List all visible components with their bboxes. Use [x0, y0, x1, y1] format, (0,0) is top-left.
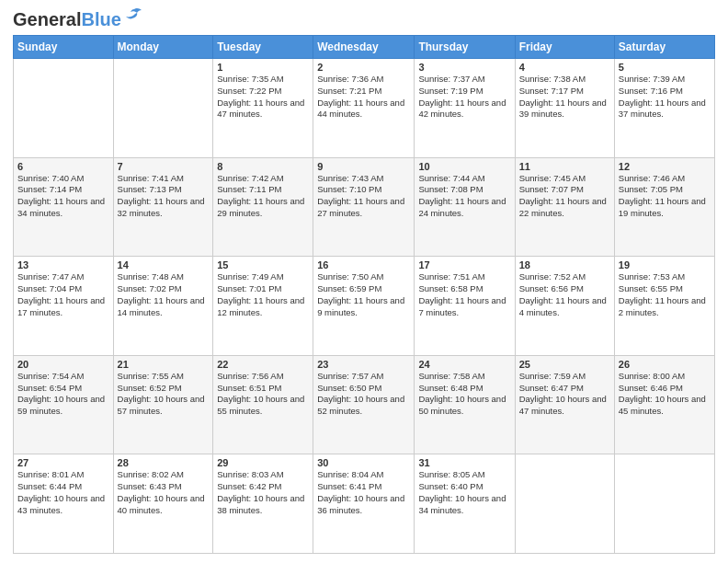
- day-header-thursday: Thursday: [415, 36, 515, 59]
- day-info: Sunrise: 8:04 AM Sunset: 6:41 PM Dayligh…: [317, 469, 410, 516]
- day-info: Sunrise: 7:40 AM Sunset: 7:14 PM Dayligh…: [17, 173, 109, 220]
- day-info: Sunrise: 8:03 AM Sunset: 6:42 PM Dayligh…: [217, 469, 309, 516]
- day-info: Sunrise: 7:55 AM Sunset: 6:52 PM Dayligh…: [118, 371, 210, 418]
- calendar-cell: 24Sunrise: 7:58 AM Sunset: 6:48 PM Dayli…: [415, 355, 515, 454]
- day-header-tuesday: Tuesday: [213, 36, 313, 59]
- calendar-cell: [113, 59, 213, 158]
- day-info: Sunrise: 7:51 AM Sunset: 6:58 PM Dayligh…: [418, 271, 510, 318]
- calendar-cell: 3Sunrise: 7:37 AM Sunset: 7:19 PM Daylig…: [415, 59, 515, 158]
- day-number: 31: [418, 457, 510, 468]
- day-info: Sunrise: 8:01 AM Sunset: 6:44 PM Dayligh…: [17, 469, 109, 516]
- day-info: Sunrise: 7:53 AM Sunset: 6:55 PM Dayligh…: [619, 271, 711, 318]
- day-number: 11: [519, 161, 610, 172]
- calendar-cell: 25Sunrise: 7:59 AM Sunset: 6:47 PM Dayli…: [515, 355, 614, 454]
- calendar-cell: 2Sunrise: 7:36 AM Sunset: 7:21 PM Daylig…: [313, 59, 415, 158]
- day-info: Sunrise: 8:05 AM Sunset: 6:40 PM Dayligh…: [418, 469, 510, 516]
- day-header-saturday: Saturday: [614, 36, 714, 59]
- day-info: Sunrise: 7:46 AM Sunset: 7:05 PM Dayligh…: [619, 173, 711, 220]
- day-number: 13: [17, 259, 109, 270]
- page-header: GeneralBlue: [13, 9, 715, 29]
- calendar-cell: 1Sunrise: 7:35 AM Sunset: 7:22 PM Daylig…: [213, 59, 313, 158]
- day-number: 29: [217, 457, 309, 468]
- day-number: 25: [519, 359, 610, 370]
- calendar-cell: 11Sunrise: 7:45 AM Sunset: 7:07 PM Dayli…: [515, 157, 614, 257]
- calendar-cell: 6Sunrise: 7:40 AM Sunset: 7:14 PM Daylig…: [14, 157, 114, 257]
- calendar-cell: 8Sunrise: 7:42 AM Sunset: 7:11 PM Daylig…: [213, 157, 313, 257]
- day-number: 9: [317, 161, 410, 172]
- calendar-cell: 13Sunrise: 7:47 AM Sunset: 7:04 PM Dayli…: [14, 257, 114, 356]
- day-number: 18: [519, 259, 610, 270]
- calendar-cell: 29Sunrise: 8:03 AM Sunset: 6:42 PM Dayli…: [213, 454, 313, 554]
- calendar-week-2: 6Sunrise: 7:40 AM Sunset: 7:14 PM Daylig…: [14, 157, 715, 257]
- day-info: Sunrise: 7:44 AM Sunset: 7:08 PM Dayligh…: [418, 173, 510, 220]
- day-number: 23: [317, 359, 410, 370]
- day-info: Sunrise: 7:54 AM Sunset: 6:54 PM Dayligh…: [17, 371, 109, 418]
- day-info: Sunrise: 7:59 AM Sunset: 6:47 PM Dayligh…: [519, 371, 610, 418]
- day-info: Sunrise: 7:37 AM Sunset: 7:19 PM Dayligh…: [418, 74, 510, 121]
- day-info: Sunrise: 7:52 AM Sunset: 6:56 PM Dayligh…: [519, 271, 610, 318]
- day-number: 17: [418, 259, 510, 270]
- day-info: Sunrise: 7:57 AM Sunset: 6:50 PM Dayligh…: [317, 371, 410, 418]
- calendar-cell: 21Sunrise: 7:55 AM Sunset: 6:52 PM Dayli…: [113, 355, 213, 454]
- day-info: Sunrise: 7:38 AM Sunset: 7:17 PM Dayligh…: [519, 74, 610, 121]
- day-number: 1: [217, 62, 309, 73]
- logo: GeneralBlue: [13, 9, 143, 29]
- day-header-friday: Friday: [515, 36, 614, 59]
- day-number: 7: [118, 161, 210, 172]
- day-info: Sunrise: 7:42 AM Sunset: 7:11 PM Dayligh…: [217, 173, 309, 220]
- day-number: 4: [519, 62, 610, 73]
- calendar-week-3: 13Sunrise: 7:47 AM Sunset: 7:04 PM Dayli…: [14, 257, 715, 356]
- day-info: Sunrise: 7:43 AM Sunset: 7:10 PM Dayligh…: [317, 173, 410, 220]
- calendar-cell: 31Sunrise: 8:05 AM Sunset: 6:40 PM Dayli…: [415, 454, 515, 554]
- day-info: Sunrise: 7:47 AM Sunset: 7:04 PM Dayligh…: [17, 271, 109, 318]
- calendar-cell: 16Sunrise: 7:50 AM Sunset: 6:59 PM Dayli…: [313, 257, 415, 356]
- day-header-wednesday: Wednesday: [313, 36, 415, 59]
- day-number: 15: [217, 259, 309, 270]
- day-number: 3: [418, 62, 510, 73]
- day-info: Sunrise: 7:58 AM Sunset: 6:48 PM Dayligh…: [418, 371, 510, 418]
- day-number: 22: [217, 359, 309, 370]
- day-number: 24: [418, 359, 510, 370]
- day-info: Sunrise: 8:02 AM Sunset: 6:43 PM Dayligh…: [118, 469, 210, 516]
- calendar-cell: 10Sunrise: 7:44 AM Sunset: 7:08 PM Dayli…: [415, 157, 515, 257]
- day-number: 16: [317, 259, 410, 270]
- day-number: 19: [619, 259, 711, 270]
- day-number: 8: [217, 161, 309, 172]
- calendar-cell: 17Sunrise: 7:51 AM Sunset: 6:58 PM Dayli…: [415, 257, 515, 356]
- calendar-cell: 30Sunrise: 8:04 AM Sunset: 6:41 PM Dayli…: [313, 454, 415, 554]
- calendar-cell: 4Sunrise: 7:38 AM Sunset: 7:17 PM Daylig…: [515, 59, 614, 158]
- day-header-monday: Monday: [113, 36, 213, 59]
- day-number: 20: [17, 359, 109, 370]
- day-info: Sunrise: 7:49 AM Sunset: 7:01 PM Dayligh…: [217, 271, 309, 318]
- day-info: Sunrise: 7:50 AM Sunset: 6:59 PM Dayligh…: [317, 271, 410, 318]
- calendar-cell: 14Sunrise: 7:48 AM Sunset: 7:02 PM Dayli…: [113, 257, 213, 356]
- calendar-cell: 12Sunrise: 7:46 AM Sunset: 7:05 PM Dayli…: [614, 157, 714, 257]
- day-info: Sunrise: 7:35 AM Sunset: 7:22 PM Dayligh…: [217, 74, 309, 121]
- calendar-cell: 27Sunrise: 8:01 AM Sunset: 6:44 PM Dayli…: [14, 454, 114, 554]
- day-number: 5: [619, 62, 711, 73]
- calendar-cell: 15Sunrise: 7:49 AM Sunset: 7:01 PM Dayli…: [213, 257, 313, 356]
- day-info: Sunrise: 7:56 AM Sunset: 6:51 PM Dayligh…: [217, 371, 309, 418]
- calendar-cell: 20Sunrise: 7:54 AM Sunset: 6:54 PM Dayli…: [14, 355, 114, 454]
- day-number: 30: [317, 457, 410, 468]
- day-info: Sunrise: 7:36 AM Sunset: 7:21 PM Dayligh…: [317, 74, 410, 121]
- calendar-cell: 18Sunrise: 7:52 AM Sunset: 6:56 PM Dayli…: [515, 257, 614, 356]
- day-info: Sunrise: 8:00 AM Sunset: 6:46 PM Dayligh…: [619, 371, 711, 418]
- day-number: 21: [118, 359, 210, 370]
- calendar-cell: 26Sunrise: 8:00 AM Sunset: 6:46 PM Dayli…: [614, 355, 714, 454]
- calendar-cell: 7Sunrise: 7:41 AM Sunset: 7:13 PM Daylig…: [113, 157, 213, 257]
- calendar-header-row: SundayMondayTuesdayWednesdayThursdayFrid…: [14, 36, 715, 59]
- logo-bird-icon: [123, 7, 143, 24]
- day-info: Sunrise: 7:45 AM Sunset: 7:07 PM Dayligh…: [519, 173, 610, 220]
- calendar-cell: [614, 454, 714, 554]
- day-number: 27: [17, 457, 109, 468]
- day-number: 14: [118, 259, 210, 270]
- calendar-week-1: 1Sunrise: 7:35 AM Sunset: 7:22 PM Daylig…: [14, 59, 715, 158]
- calendar-week-5: 27Sunrise: 8:01 AM Sunset: 6:44 PM Dayli…: [14, 454, 715, 554]
- calendar-cell: 23Sunrise: 7:57 AM Sunset: 6:50 PM Dayli…: [313, 355, 415, 454]
- day-info: Sunrise: 7:41 AM Sunset: 7:13 PM Dayligh…: [118, 173, 210, 220]
- logo-text: GeneralBlue: [13, 9, 121, 29]
- calendar-cell: 28Sunrise: 8:02 AM Sunset: 6:43 PM Dayli…: [113, 454, 213, 554]
- day-number: 2: [317, 62, 410, 73]
- calendar-cell: [14, 59, 114, 158]
